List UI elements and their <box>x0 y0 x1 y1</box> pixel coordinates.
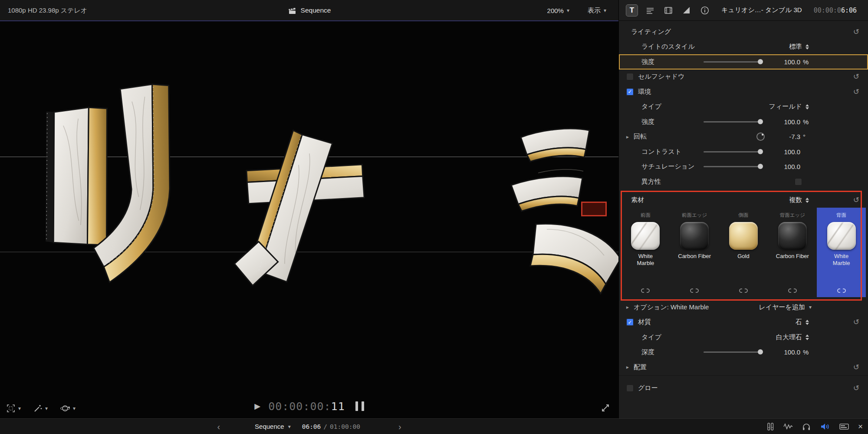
lighting-intensity-slider[interactable] <box>704 61 762 63</box>
face-label: 背面エッジ <box>768 212 817 219</box>
rotation-dial[interactable] <box>756 133 765 141</box>
material-dropdown[interactable]: 複数 <box>789 196 809 204</box>
bottom-bar-right: × <box>766 419 863 434</box>
anisotropy-checkbox[interactable] <box>795 178 802 186</box>
forward-button[interactable]: › <box>398 422 401 431</box>
reset-icon[interactable]: ↺ <box>853 318 859 327</box>
scrub-marks[interactable] <box>355 401 364 411</box>
inspector-title: キュリオシ…- タンブル 3D <box>721 6 802 14</box>
tab-text[interactable]: T <box>626 4 638 17</box>
row-env-rotation: ▸ 回転 -7.3 ° <box>619 129 868 145</box>
depth-slider[interactable] <box>704 351 762 353</box>
link-icon[interactable] <box>670 288 719 293</box>
env-intensity-slider[interactable] <box>704 121 762 123</box>
reset-icon[interactable]: ↺ <box>853 72 859 81</box>
reset-icon[interactable]: ↺ <box>853 195 859 205</box>
sequence-dropdown[interactable]: Sequence ▾ <box>255 423 291 430</box>
bottom-bar: ‹ Sequence ▾ 06:06 / 01:00:00 › <box>0 418 868 434</box>
row-lighting-intensity: 強度 100.0 % <box>619 54 868 70</box>
reset-icon[interactable]: ↺ <box>853 384 859 393</box>
transform-tool-menu[interactable]: ▾ <box>6 404 21 413</box>
inspector-header: T <box>619 0 868 21</box>
tab-format[interactable] <box>644 4 656 17</box>
add-layer-dropdown[interactable]: レイヤーを追加 ▾ <box>759 303 812 311</box>
reset-icon[interactable]: ↺ <box>853 27 859 36</box>
substance-label: 材質 <box>638 318 651 326</box>
glow-checkbox[interactable] <box>626 384 634 392</box>
link-icon[interactable] <box>621 288 670 293</box>
link-icon[interactable] <box>719 288 768 293</box>
depth-value[interactable]: 100.0 <box>768 348 800 356</box>
row-env-contrast: コントラスト 100.0 <box>619 144 868 159</box>
env-rotation-value[interactable]: -7.3 <box>768 133 800 140</box>
env-type-dropdown[interactable]: フィールド <box>769 103 809 111</box>
timeline-icon[interactable] <box>839 422 849 431</box>
inspector-rows: ライティング ↺ ライトのスタイル 標準 強度 100.0 % <box>619 21 868 418</box>
lighting-intensity-value[interactable]: 100.0 <box>768 58 800 66</box>
link-icon[interactable] <box>817 288 866 293</box>
zoom-value: 200% <box>547 7 564 14</box>
fullscreen-button[interactable] <box>601 404 610 412</box>
disclosure-icon[interactable]: ▸ <box>626 364 629 370</box>
material-cell-back[interactable]: 背面 White Marble <box>817 208 866 297</box>
close-icon[interactable]: × <box>858 422 863 431</box>
canvas-3d-viewport[interactable]: ▶ 00:00:00:11 ▾ ▾ <box>0 21 618 418</box>
back-button[interactable]: ‹ <box>217 422 220 431</box>
environment-checkbox[interactable]: ✓ <box>626 88 634 96</box>
stepper-icon <box>806 198 809 203</box>
row-options: ▸ オプション: White Marble レイヤーを追加 ▾ <box>619 300 868 315</box>
reset-icon[interactable]: ↺ <box>853 87 859 96</box>
glow-label: グロー <box>638 384 658 392</box>
tab-info[interactable] <box>699 4 711 17</box>
waveform-icon[interactable] <box>783 422 793 431</box>
material-cell-front[interactable]: 前面 White Marble <box>621 208 670 297</box>
disclosure-icon[interactable]: ▸ <box>626 134 629 140</box>
red-annotation-marker <box>581 202 607 216</box>
material-cell-front-edge[interactable]: 前面エッジ Carbon Fiber <box>670 208 719 297</box>
orbit-360-tool-menu[interactable]: ▾ <box>60 404 76 413</box>
substance-dropdown[interactable]: 石 <box>796 318 809 326</box>
tab-appearance[interactable] <box>662 4 674 17</box>
substance-value: 石 <box>796 318 802 326</box>
env-saturation-slider[interactable] <box>704 166 762 167</box>
slider-thumb[interactable] <box>758 349 763 354</box>
env-intensity-value[interactable]: 100.0 <box>768 118 800 126</box>
inspector-timecode[interactable]: 00:00:06:06 <box>814 7 857 14</box>
letter-ri <box>40 84 176 285</box>
row-self-shadow: セルフシャドウ ↺ <box>619 70 868 85</box>
env-contrast-value[interactable]: 100.0 <box>768 148 800 156</box>
material-cell-back-edge[interactable]: 背面エッジ Carbon Fiber <box>768 208 817 297</box>
light-style-dropdown[interactable]: 標準 <box>789 43 809 51</box>
depth-unit: % <box>800 348 810 356</box>
speaker-icon[interactable] <box>820 422 830 431</box>
material-cell-side[interactable]: 側面 Gold <box>719 208 768 297</box>
env-contrast-slider[interactable] <box>704 151 762 152</box>
slider-thumb[interactable] <box>758 164 763 169</box>
reset-icon[interactable]: ↺ <box>853 363 859 372</box>
tab-video[interactable] <box>681 4 693 17</box>
env-rotation-unit: ° <box>800 133 810 140</box>
row-lighting-header: ライティング ↺ <box>619 24 868 40</box>
link-icon[interactable] <box>768 288 817 293</box>
zoom-dropdown[interactable]: 200% ▾ <box>547 7 569 14</box>
slider-thumb[interactable] <box>758 119 763 124</box>
slider-thumb[interactable] <box>758 149 763 154</box>
headphones-icon[interactable] <box>802 422 811 431</box>
substance-type-dropdown[interactable]: 白大理石 <box>776 333 809 341</box>
audio-meters-icon[interactable] <box>766 422 775 431</box>
current-timecode[interactable]: 00:00:00:11 <box>268 400 345 413</box>
slider-thumb[interactable] <box>758 59 763 64</box>
play-button[interactable]: ▶ <box>254 402 260 410</box>
stepper-icon <box>806 104 809 110</box>
env-saturation-value[interactable]: 100.0 <box>768 163 800 170</box>
3d-title-letters <box>0 21 618 418</box>
timecode-dim: 00:00:00: <box>268 400 331 413</box>
disclosure-icon[interactable]: ▸ <box>626 304 629 310</box>
self-shadow-checkbox[interactable] <box>626 73 634 80</box>
substance-checkbox[interactable]: ✓ <box>626 318 634 326</box>
white-marble-thumbnail <box>631 222 660 250</box>
effects-tool-menu[interactable]: ▾ <box>33 404 48 413</box>
lighting-intensity-unit: % <box>800 58 810 66</box>
view-dropdown[interactable]: 表示 ▾ <box>588 7 606 15</box>
timeline-timecode: 06:06 / 01:00:00 <box>302 423 360 430</box>
